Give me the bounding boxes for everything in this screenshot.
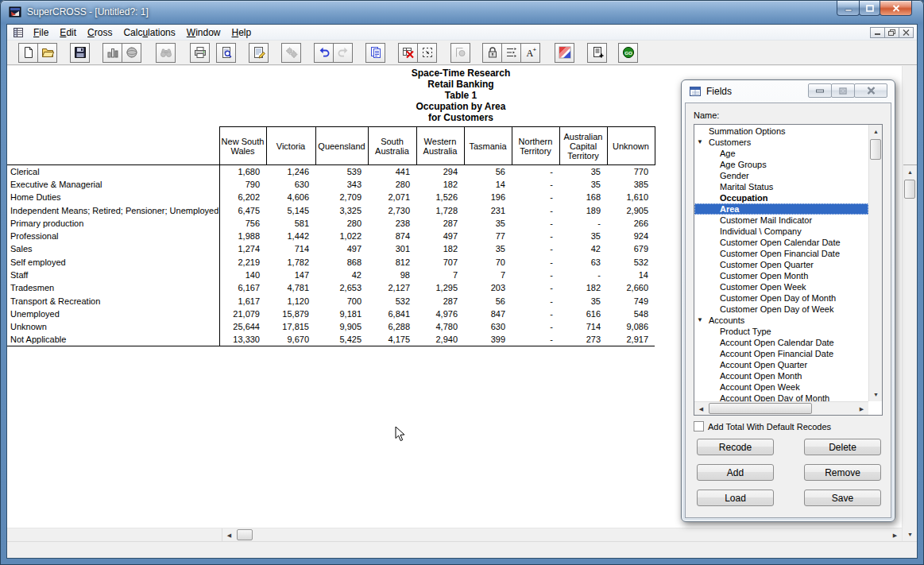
data-cell[interactable]: 182 [416, 178, 464, 191]
data-cell[interactable]: 182 [416, 242, 464, 255]
data-cell[interactable]: 630 [266, 178, 315, 191]
data-cell[interactable]: 2,917 [607, 333, 655, 346]
font-increase-button[interactable]: A+ [520, 43, 540, 63]
field-item-account-open-day-of-month[interactable]: Account Open Day of Month [694, 393, 868, 401]
field-item-account-open-financial-date[interactable]: Account Open Financial Date [694, 348, 868, 359]
data-cell[interactable]: 6,288 [368, 320, 416, 333]
menu-help[interactable]: Help [226, 25, 257, 40]
data-cell[interactable]: - [512, 178, 559, 191]
data-cell[interactable]: 287 [416, 294, 464, 307]
data-cell[interactable]: 497 [416, 230, 464, 242]
data-cell[interactable]: 2,071 [368, 191, 416, 203]
define-table-button[interactable] [417, 43, 437, 63]
data-cell[interactable]: 35 [559, 294, 607, 307]
data-cell[interactable]: 203 [464, 281, 512, 294]
data-cell[interactable]: - [512, 294, 559, 307]
row-header[interactable]: Professional [7, 230, 219, 242]
data-cell[interactable]: 196 [464, 191, 512, 203]
row-header[interactable]: Not Applicable [7, 333, 219, 346]
field-item-customer-open-quarter[interactable]: Customer Open Quarter [694, 259, 868, 270]
data-cell[interactable]: 182 [559, 281, 607, 294]
data-cell[interactable]: 630 [464, 320, 512, 333]
field-item-customer-open-month[interactable]: Customer Open Month [694, 270, 868, 281]
data-cell[interactable]: 5,425 [315, 333, 368, 346]
data-cell[interactable]: 1,120 [266, 294, 315, 307]
data-cell[interactable]: 35 [464, 242, 512, 255]
data-cell[interactable]: 140 [219, 269, 266, 281]
data-cell[interactable]: 790 [219, 178, 266, 191]
data-cell[interactable]: 847 [464, 308, 512, 320]
copy-button[interactable] [365, 43, 385, 63]
data-cell[interactable]: 301 [368, 242, 416, 255]
field-item-age[interactable]: Age [694, 148, 868, 159]
data-cell[interactable]: 539 [315, 165, 368, 178]
data-cell[interactable]: 9,181 [315, 308, 368, 320]
data-cell[interactable]: 287 [416, 217, 464, 230]
data-cell[interactable]: 4,976 [416, 308, 464, 320]
row-header[interactable]: Home Duties [7, 191, 219, 203]
data-cell[interactable]: 21,079 [219, 308, 266, 320]
horizontal-scroll-thumb[interactable] [237, 529, 253, 540]
data-cell[interactable]: 56 [464, 294, 512, 307]
data-cell[interactable]: 714 [266, 242, 315, 255]
column-header[interactable]: Western Australia [416, 127, 464, 165]
add-annotation-button[interactable] [587, 43, 607, 63]
data-cell[interactable]: 9,670 [266, 333, 315, 346]
data-cell[interactable]: 1,274 [219, 242, 266, 255]
delete-button[interactable]: Delete [804, 439, 881, 455]
data-cell[interactable]: 4,175 [368, 333, 416, 346]
data-cell[interactable]: - [512, 217, 559, 230]
data-cell[interactable]: 548 [607, 308, 655, 320]
column-header[interactable]: Tasmania [464, 127, 512, 165]
mdi-minimize-button[interactable] [870, 27, 885, 38]
data-cell[interactable]: 238 [368, 217, 416, 230]
data-cell[interactable]: 1,246 [266, 165, 315, 178]
data-cell[interactable]: - [512, 203, 559, 216]
field-item-account-open-month[interactable]: Account Open Month [694, 370, 868, 381]
scroll-left-arrow[interactable]: ◀ [222, 528, 236, 541]
column-header[interactable]: Unknown [607, 127, 655, 165]
title-bar[interactable]: SuperCROSS - [Untitled?: 1] [0, 0, 924, 24]
dialog-maximize-button[interactable] [831, 83, 855, 98]
data-cell[interactable]: 147 [266, 269, 315, 281]
data-cell[interactable]: 812 [368, 256, 416, 269]
data-cell[interactable]: 9,086 [607, 320, 655, 333]
data-cell[interactable]: 70 [464, 256, 512, 269]
field-item-area[interactable]: Area [694, 203, 868, 215]
data-cell[interactable]: - [512, 333, 559, 346]
data-cell[interactable]: 1,680 [219, 165, 266, 178]
data-cell[interactable]: 700 [315, 294, 368, 307]
go-button[interactable]: GO [618, 43, 638, 63]
column-header[interactable]: Australian Capital Territory [559, 127, 607, 165]
data-cell[interactable]: 35 [559, 230, 607, 242]
data-cell[interactable]: 2,730 [368, 203, 416, 216]
data-cell[interactable]: 7 [416, 269, 464, 281]
recode-button[interactable]: Recode [697, 439, 774, 455]
add-button[interactable]: Add [697, 464, 774, 481]
data-cell[interactable]: 231 [464, 203, 512, 216]
menu-calculations[interactable]: Calculations [118, 25, 180, 40]
fields-dialog-titlebar[interactable]: Fields [689, 85, 732, 98]
dialog-close-button[interactable] [854, 83, 887, 98]
data-cell[interactable]: 616 [559, 308, 607, 320]
data-cell[interactable]: 2,219 [219, 256, 266, 269]
data-cell[interactable]: 1,526 [416, 191, 464, 203]
data-cell[interactable]: 6,841 [368, 308, 416, 320]
column-header[interactable]: Northern Territory [512, 127, 559, 165]
data-cell[interactable]: 189 [559, 203, 607, 216]
data-cell[interactable]: 707 [416, 256, 464, 269]
data-cell[interactable]: 7 [464, 269, 512, 281]
field-item-customer-open-day-of-week[interactable]: Customer Open Day of Week [694, 304, 868, 315]
data-cell[interactable]: 1,782 [266, 256, 315, 269]
field-item-customer-open-day-of-month[interactable]: Customer Open Day of Month [694, 292, 868, 304]
field-item-marital-status[interactable]: Marital Status [694, 181, 868, 192]
data-cell[interactable]: 868 [315, 256, 368, 269]
remove-button[interactable]: Remove [804, 464, 881, 481]
scroll-up-arrow[interactable]: ▲ [903, 165, 917, 179]
data-cell[interactable]: 532 [607, 256, 655, 269]
maximize-button[interactable] [859, 1, 880, 16]
data-cell[interactable]: 1,617 [219, 294, 266, 307]
column-header[interactable]: South Australia [368, 127, 416, 165]
fields-scroll-right-arrow[interactable]: ▶ [855, 402, 868, 416]
data-cell[interactable]: 4,780 [416, 320, 464, 333]
